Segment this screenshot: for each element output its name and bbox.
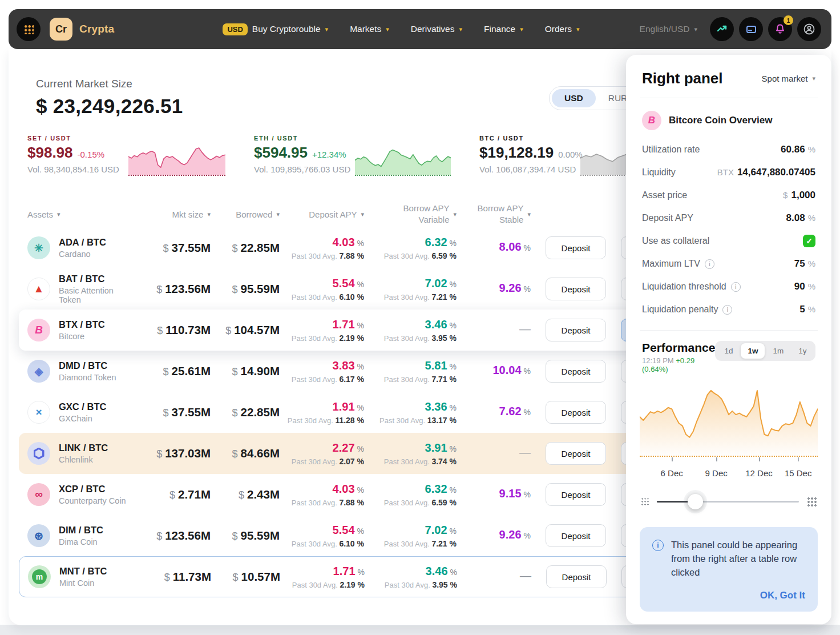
stat-value-number: 60.86 <box>781 144 805 155</box>
chart-range-slider[interactable] <box>657 493 799 509</box>
asset-names: MNT / BTCMint Coin <box>59 566 107 588</box>
info-box-dismiss-button[interactable]: OK, Got It <box>652 590 805 601</box>
ticker-pair: ETH / USDT <box>254 135 350 142</box>
past-avg-label: Past 30d Avg. <box>292 581 338 589</box>
range-option-1y[interactable]: 1y <box>791 343 813 359</box>
past-avg: Past 30d Avg. 3.95 % <box>365 580 457 589</box>
stat-label: Asset price <box>642 190 687 200</box>
stat-label: Deposit APY <box>642 213 693 223</box>
percent-sign: % <box>524 408 531 417</box>
market-type-select[interactable]: Spot market ▾ <box>762 74 815 83</box>
past-avg-value: 3.95 % <box>431 333 457 343</box>
deposit-apy-cell: 1.71%Past 30d Avg. 2.19 % <box>280 565 365 589</box>
x-axis-label: 12 Dec <box>745 468 773 478</box>
mkt-cell: $123.56M <box>130 529 211 542</box>
deposit-button[interactable]: Deposit <box>546 319 607 341</box>
stat-label-text: Asset price <box>642 190 687 200</box>
nav-item-markets[interactable]: Markets▾ <box>350 24 389 34</box>
past-avg-value: 7.88 % <box>339 498 364 507</box>
avatar-icon <box>803 23 815 35</box>
info-icon[interactable]: i <box>722 305 732 315</box>
collateral-checkbox[interactable]: ✓ <box>803 235 815 247</box>
ticker-set[interactable]: SET / USDT$98.98-0.15%Vol. 98,340,854.16… <box>27 135 119 174</box>
column-borrowed[interactable]: Borrowed▾ <box>211 210 280 219</box>
column-borrow-apy-stable[interactable]: Borrow APYStable ▾ <box>457 203 531 226</box>
info-icon[interactable]: i <box>705 259 714 269</box>
currency-sign: $ <box>232 448 238 460</box>
deposit-button[interactable]: Deposit <box>546 401 607 424</box>
borrowed-value: 22.85M <box>241 405 280 419</box>
percent-sign: % <box>357 444 364 453</box>
deposit-button[interactable]: Deposit <box>546 236 607 259</box>
deposit-apy-value: 4.03% <box>280 483 364 496</box>
stable-apy-value: — <box>457 569 531 582</box>
stat-label: Liquidity <box>642 167 676 178</box>
nav-item-derivatives[interactable]: Derivatives▾ <box>411 24 462 34</box>
nav-item-buy-cryptorouble[interactable]: USDBuy Cryptorouble▾ <box>223 23 328 35</box>
ticker-eth[interactable]: ETH / USDT$594.95+12.34%Vol. 109,895,766… <box>254 135 350 174</box>
ticker-btc[interactable]: BTC / USDT$19,128.190.00%Vol. 106,087,39… <box>479 135 583 174</box>
apps-grid-button[interactable] <box>17 17 41 41</box>
variable-apy-value: 7.02% <box>364 524 457 537</box>
currency-sign: $ <box>163 243 169 254</box>
nav-item-finance[interactable]: Finance▾ <box>484 24 523 34</box>
borrowed-cell: $104.57M <box>211 323 280 337</box>
percent-sign: % <box>357 403 364 412</box>
no-value-dash: — <box>519 446 531 459</box>
past-avg-value: 7.88 % <box>339 251 364 260</box>
chevron-down-icon: ▾ <box>520 26 523 33</box>
stable-apy-value: 9.15% <box>457 487 531 500</box>
column-deposit-apy[interactable]: Deposit APY▾ <box>280 210 364 219</box>
percent-sign: % <box>450 485 457 495</box>
percent-sign: % <box>450 527 457 536</box>
grip-dots-icon[interactable] <box>807 497 817 507</box>
variable-apy-value: 5.81% <box>364 359 457 372</box>
ticker-price-row: $19,128.190.00% <box>479 144 583 162</box>
stable-apy-cell: — <box>457 323 531 336</box>
percent-sign: % <box>450 239 457 248</box>
variable-apy-cell: 5.81%Past 30d Avg. 7.71 % <box>364 359 457 384</box>
apy-number: 1.71 <box>333 565 356 577</box>
apy-number: 5.54 <box>333 277 355 290</box>
mkt-value: 123.56M <box>165 282 211 295</box>
deposit-apy-cell: 5.54%Past 30d Avg. 6.10 % <box>280 277 364 302</box>
column-assets[interactable]: Assets▾ <box>27 210 130 219</box>
range-option-1w[interactable]: 1w <box>741 343 765 359</box>
deposit-button[interactable]: Deposit <box>546 565 607 588</box>
past-avg-value: 6.59 % <box>431 498 457 507</box>
info-icon[interactable]: i <box>731 282 741 292</box>
range-option-1m[interactable]: 1m <box>766 343 790 359</box>
stat-value: 5% <box>799 304 815 315</box>
brand[interactable]: Cr Crypta <box>50 18 114 41</box>
time-range-toggle: 1d1w1m1y <box>715 341 815 361</box>
stat-value-suffix: % <box>808 144 815 154</box>
currency-sign: $ <box>232 530 238 542</box>
card-icon <box>745 23 757 35</box>
deposit-button[interactable]: Deposit <box>546 524 607 547</box>
asset-names: GXC / BTCGXChain <box>59 401 106 423</box>
deposit-apy-cell: 1.71%Past 30d Avg. 2.19 % <box>280 318 364 343</box>
nav-icon-buttons: 1 <box>710 17 821 41</box>
locale-select[interactable]: English/USD ▾ <box>640 24 697 34</box>
column-borrow-apy-variable[interactable]: Borrow APYVariable ▾ <box>364 203 457 226</box>
asset-pair: BAT / BTC <box>59 274 130 284</box>
deposit-button[interactable]: Deposit <box>546 483 607 506</box>
range-option-1d[interactable]: 1d <box>717 343 740 359</box>
currency-option-usd[interactable]: USD <box>552 89 596 107</box>
slider-handle[interactable] <box>688 494 703 509</box>
grip-dots-icon[interactable] <box>641 497 649 505</box>
apy-number: 3.46 <box>425 318 447 331</box>
profile-button[interactable] <box>797 17 821 41</box>
column-mkt-size[interactable]: Mkt size▾ <box>130 210 211 219</box>
deposit-button[interactable]: Deposit <box>546 442 607 465</box>
borrowed-value: 104.57M <box>234 323 280 336</box>
past-avg: Past 30d Avg. 2.19 % <box>280 580 365 589</box>
notifications-button[interactable]: 1 <box>768 17 792 41</box>
deposit-button[interactable]: Deposit <box>546 278 607 300</box>
variable-apy-value: 3.46% <box>365 565 457 578</box>
wallet-card-button[interactable] <box>739 17 763 41</box>
markets-trend-button[interactable] <box>710 17 734 41</box>
deposit-button[interactable]: Deposit <box>546 360 607 383</box>
percent-sign: % <box>524 284 531 294</box>
nav-item-orders[interactable]: Orders▾ <box>545 24 580 34</box>
